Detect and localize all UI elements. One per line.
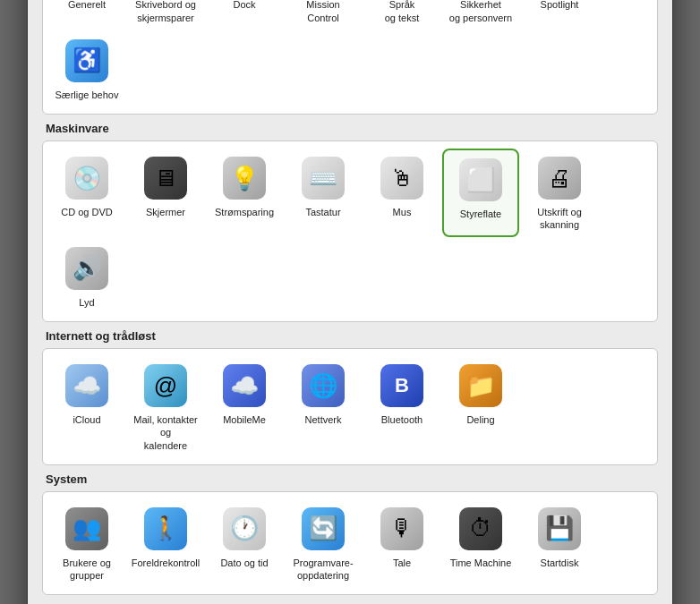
- icon-wrap-startdisk: 💾: [535, 505, 584, 553]
- item-generelt[interactable]: ⚙️ Generelt: [48, 0, 125, 30]
- section-items-maskinvare: 💿 CD og DVD 🖥 Skjermer 💡 Strømsparing: [42, 140, 658, 322]
- item-mus[interactable]: 🖱 Mus: [363, 149, 440, 237]
- icon-wrap-sarlige: ♿: [63, 37, 111, 85]
- utskrift-icon: 🖨: [538, 157, 581, 200]
- item-label-mission: MissionControl: [306, 0, 339, 24]
- icon-wrap-stromsparing: 💡: [220, 154, 269, 202]
- item-label-deling: Deling: [466, 413, 494, 426]
- cddvd-icon: 💿: [65, 157, 108, 200]
- item-dock[interactable]: 🖥 Dock: [206, 0, 283, 30]
- icon-wrap-foreldrekontroll: 🚶: [141, 505, 190, 553]
- tale-icon: 🎙: [380, 507, 423, 550]
- item-sprak[interactable]: 🌐 Språkog tekst: [363, 0, 440, 30]
- item-label-dock: Dock: [233, 0, 255, 12]
- section-title-maskinvare: Maskinvare: [42, 122, 658, 135]
- icon-wrap-utskrift: 🖨: [535, 154, 584, 202]
- item-sikkerhet[interactable]: 🏠 Sikkerhetog personvern: [442, 0, 519, 30]
- item-label-nettverk: Nettverk: [305, 413, 342, 426]
- stromsparing-icon: 💡: [223, 157, 266, 200]
- icon-wrap-icloud: ☁️: [63, 362, 111, 410]
- icon-wrap-tale: 🎙: [378, 505, 426, 553]
- item-mobileme[interactable]: ☁️ MobileMe: [206, 356, 283, 457]
- dato-icon: 🕐: [223, 507, 266, 550]
- item-label-sikkerhet: Sikkerhetog personvern: [449, 0, 512, 24]
- item-label-tale: Tale: [393, 557, 411, 569]
- deling-icon: 📁: [459, 364, 502, 407]
- item-label-bluetooth: Bluetooth: [381, 413, 423, 426]
- item-label-spotlight: Spotlight: [541, 0, 579, 12]
- icon-wrap-mail: @: [141, 362, 190, 410]
- item-label-brukere: Brukere oggrupper: [63, 557, 111, 583]
- sarlige-icon: ♿: [65, 39, 108, 82]
- programvare-icon: 🔄: [302, 507, 345, 550]
- item-skjermer[interactable]: 🖥 Skjermer: [127, 149, 204, 237]
- mail-icon: @: [144, 364, 187, 407]
- mus-icon: 🖱: [380, 157, 423, 200]
- item-label-foreldrekontroll: Foreldrekontroll: [132, 557, 200, 569]
- item-tale[interactable]: 🎙 Tale: [363, 499, 440, 588]
- item-spotlight[interactable]: 🔍 Spotlight: [521, 0, 598, 30]
- item-mail[interactable]: @ Mail, kontakter ogkalendere: [127, 356, 204, 457]
- item-sarlige[interactable]: ♿ Særlige behov: [48, 31, 125, 106]
- item-label-generelt: Generelt: [68, 0, 106, 12]
- item-deling[interactable]: 📁 Deling: [442, 356, 519, 457]
- section-items-personlig: ⚙️ Generelt 🖼 Skrivebord ogskjermsparer …: [42, 0, 658, 115]
- icon-wrap-mobileme: ☁️: [220, 362, 269, 410]
- mobileme-icon: ☁️: [223, 364, 266, 407]
- item-stromsparing[interactable]: 💡 Strømsparing: [206, 149, 283, 237]
- item-label-icloud: iCloud: [73, 413, 100, 426]
- item-label-startdisk: Startdisk: [541, 557, 579, 569]
- item-foreldrekontroll[interactable]: 🚶 Foreldrekontroll: [127, 499, 204, 588]
- item-label-mobileme: MobileMe: [223, 413, 266, 426]
- tastatur-icon: ⌨️: [302, 157, 345, 200]
- section-items-system: 👥 Brukere oggrupper 🚶 Foreldrekontroll 🕐…: [42, 491, 658, 596]
- item-label-tastatur: Tastatur: [305, 206, 340, 218]
- timemachine-icon: ⏱: [459, 507, 502, 550]
- item-lyd[interactable]: 🔊 Lyd: [48, 239, 125, 314]
- icon-wrap-brukere: 👥: [63, 505, 111, 553]
- icon-wrap-lyd: 🔊: [63, 244, 111, 293]
- item-label-lyd: Lyd: [79, 296, 94, 309]
- item-programvare[interactable]: 🔄 Programvare-oppdatering: [285, 499, 362, 588]
- icon-wrap-cddvd: 💿: [63, 154, 111, 202]
- item-brukere[interactable]: 👥 Brukere oggrupper: [48, 499, 125, 588]
- item-label-dato: Dato og tid: [220, 557, 268, 569]
- icon-wrap-nettverk: 🌐: [299, 362, 347, 410]
- icon-wrap-bluetooth: B: [378, 362, 426, 410]
- item-nettverk[interactable]: 🌐 Nettverk: [285, 356, 362, 457]
- section-system: System 👥 Brukere oggrupper 🚶 Foreldrekon…: [42, 472, 658, 596]
- item-bluetooth[interactable]: B Bluetooth: [363, 356, 440, 457]
- item-skrivebord[interactable]: 🖼 Skrivebord ogskjermsparer: [127, 0, 204, 30]
- item-label-timemachine: Time Machine: [450, 557, 512, 569]
- item-label-skrivebord: Skrivebord ogskjermsparer: [135, 0, 196, 24]
- item-label-sarlige: Særlige behov: [55, 89, 119, 101]
- item-label-utskrift: Utskrift ogskanning: [537, 206, 582, 232]
- item-utskrift[interactable]: 🖨 Utskrift ogskanning: [521, 149, 598, 237]
- icon-wrap-mus: 🖱: [378, 154, 426, 202]
- bluetooth-icon: B: [380, 364, 423, 407]
- icon-wrap-tastatur: ⌨️: [299, 154, 347, 202]
- item-cddvd[interactable]: 💿 CD og DVD: [48, 149, 125, 237]
- styreflate-icon: ⬜: [459, 158, 502, 201]
- icon-wrap-skjermer: 🖥: [141, 154, 190, 202]
- icon-wrap-styreflate: ⬜: [457, 156, 505, 204]
- icon-wrap-timemachine: ⏱: [457, 505, 505, 553]
- item-label-skjermer: Skjermer: [146, 206, 185, 218]
- section-title-internett: Internett og trådløst: [42, 329, 658, 343]
- item-tastatur[interactable]: ⌨️ Tastatur: [285, 149, 362, 237]
- item-mission[interactable]: ⬛ MissionControl: [285, 0, 362, 30]
- item-icloud[interactable]: ☁️ iCloud: [48, 356, 125, 457]
- nettverk-icon: 🌐: [302, 364, 345, 407]
- icon-wrap-programvare: 🔄: [299, 505, 347, 553]
- item-label-styreflate: Styreflate: [460, 208, 501, 220]
- item-styreflate[interactable]: ⬜ Styreflate: [442, 149, 519, 237]
- item-startdisk[interactable]: 💾 Startdisk: [521, 499, 598, 588]
- section-maskinvare: Maskinvare 💿 CD og DVD 🖥 Skjermer �: [42, 122, 658, 322]
- section-personlig: Personlig ⚙️ Generelt 🖼 Skrivebord ogskj…: [42, 0, 658, 115]
- item-dato[interactable]: 🕐 Dato og tid: [206, 499, 283, 588]
- item-label-mail: Mail, kontakter ogkalendere: [131, 413, 201, 452]
- lyd-icon: 🔊: [65, 247, 108, 290]
- item-timemachine[interactable]: ⏱ Time Machine: [442, 499, 519, 588]
- section-title-system: System: [42, 472, 658, 486]
- item-label-programvare: Programvare-oppdatering: [293, 557, 353, 583]
